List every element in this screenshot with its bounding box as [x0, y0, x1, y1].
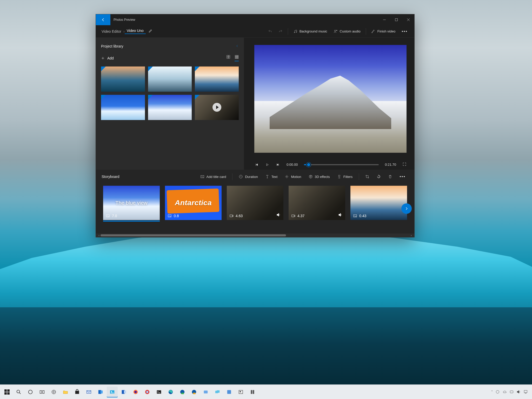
finish-video-button[interactable]: Finish video: [368, 29, 398, 34]
view-small-button[interactable]: [235, 55, 239, 61]
motion-button[interactable]: Motion: [282, 175, 304, 179]
app-window: Photos Preview Video Editor › Video Uno …: [96, 14, 414, 237]
storyboard-clip[interactable]: The blue view 7.0: [103, 186, 160, 220]
duration-button[interactable]: Duration: [236, 175, 261, 179]
volume-icon[interactable]: [516, 390, 521, 394]
custom-audio-button[interactable]: Custom audio: [330, 29, 364, 34]
svg-point-43: [147, 391, 148, 393]
view-large-button[interactable]: [226, 55, 230, 61]
taskbar-app[interactable]: [235, 387, 246, 397]
background-music-button[interactable]: Background music: [290, 29, 330, 34]
storyboard-next-button[interactable]: [401, 203, 412, 214]
edge-canary-button[interactable]: [189, 387, 200, 397]
rotate-button[interactable]: [374, 175, 384, 179]
svg-rect-5: [227, 55, 228, 57]
add-title-card-button[interactable]: Add title card: [197, 175, 229, 179]
chrome-button[interactable]: [142, 387, 153, 397]
redo-button[interactable]: [275, 29, 286, 34]
svg-point-20: [286, 176, 287, 177]
edge-button[interactable]: [165, 387, 176, 397]
close-button[interactable]: [402, 14, 414, 25]
task-view-button[interactable]: [37, 387, 48, 397]
action-center-icon[interactable]: [523, 390, 528, 394]
add-media-button[interactable]: Add: [101, 56, 114, 60]
edge-dev-button[interactable]: [177, 387, 188, 397]
current-time: 0:00.00: [287, 163, 298, 167]
library-thumb[interactable]: [148, 66, 192, 92]
svg-rect-52: [217, 390, 220, 393]
svg-rect-57: [253, 390, 254, 394]
tray-overflow-button[interactable]: ˄: [491, 390, 493, 394]
mail-button[interactable]: [83, 387, 94, 397]
storyboard-more-button[interactable]: •••: [396, 174, 409, 179]
prev-frame-button[interactable]: [254, 163, 260, 167]
filters-label: Filters: [343, 175, 353, 179]
main-area: Project library Add: [96, 38, 414, 170]
word-button[interactable]: [118, 387, 129, 397]
3d-effects-button[interactable]: 3D effects: [305, 175, 333, 179]
filters-button[interactable]: Filters: [334, 175, 356, 179]
firefox-button[interactable]: [130, 387, 141, 397]
taskbar-app[interactable]: [200, 387, 211, 397]
system-tray[interactable]: ˄: [489, 390, 530, 394]
used-badge-icon: [195, 66, 200, 71]
back-button[interactable]: [96, 14, 110, 25]
taskbar-app[interactable]: [247, 387, 258, 397]
add-title-card-label: Add title card: [207, 175, 226, 179]
undo-button[interactable]: [265, 29, 275, 34]
used-badge-icon: [101, 95, 106, 99]
start-button[interactable]: [2, 387, 12, 397]
store-button[interactable]: [72, 387, 83, 397]
library-thumb-video[interactable]: [195, 95, 239, 120]
storyboard-scrollbar[interactable]: ‹ ›: [96, 234, 414, 237]
library-thumb[interactable]: [195, 66, 239, 92]
crop-button[interactable]: [362, 175, 373, 179]
fullscreen-button[interactable]: [402, 162, 407, 167]
next-frame-button[interactable]: [275, 163, 280, 167]
taskbar: ˄: [0, 384, 532, 399]
preview-canvas[interactable]: [254, 45, 407, 153]
svg-rect-60: [524, 390, 527, 393]
tray-icon[interactable]: [509, 390, 514, 394]
tray-icon[interactable]: [495, 390, 500, 394]
cortana-button[interactable]: [25, 387, 36, 397]
scroll-thumb[interactable]: [101, 234, 286, 236]
delete-button[interactable]: [385, 175, 395, 179]
taskbar-app[interactable]: [224, 387, 235, 397]
onedrive-icon[interactable]: [502, 390, 507, 394]
svg-rect-12: [235, 57, 236, 57]
collapse-library-button[interactable]: [236, 44, 239, 48]
storyboard-clip[interactable]: 0.43: [350, 186, 407, 220]
used-badge-icon: [148, 95, 153, 99]
library-view-toggle: [226, 55, 239, 61]
search-button[interactable]: [13, 387, 24, 397]
minimize-button[interactable]: [378, 14, 390, 25]
scroll-track[interactable]: [101, 234, 410, 236]
storyboard-clip[interactable]: Antarctica 0.8: [165, 186, 222, 220]
text-button[interactable]: Text: [262, 175, 281, 179]
rename-icon[interactable]: [148, 29, 152, 34]
toolbar-separator: [366, 28, 366, 35]
outlook-button[interactable]: [95, 387, 106, 397]
storyboard-clip[interactable]: 4.37: [289, 186, 345, 220]
terminal-button[interactable]: [154, 387, 164, 397]
library-thumb[interactable]: [148, 95, 192, 120]
library-thumb[interactable]: [101, 66, 145, 92]
breadcrumb-root[interactable]: Video Editor: [99, 29, 123, 34]
storyboard-clip[interactable]: 4.63: [227, 186, 283, 220]
seek-bar[interactable]: [304, 164, 378, 165]
photos-button[interactable]: [107, 387, 118, 397]
taskbar-app[interactable]: [212, 387, 223, 397]
taskbar-app[interactable]: [48, 387, 59, 397]
breadcrumb-current[interactable]: Video Uno: [125, 29, 146, 34]
file-explorer-button[interactable]: [60, 387, 71, 397]
svg-rect-29: [43, 390, 44, 393]
scroll-left-icon[interactable]: ‹: [97, 234, 101, 237]
add-media-label: Add: [107, 56, 114, 60]
more-button[interactable]: •••: [398, 29, 411, 34]
library-thumb[interactable]: [101, 95, 145, 120]
scroll-right-icon[interactable]: ›: [410, 234, 413, 237]
maximize-button[interactable]: [390, 14, 402, 25]
play-button[interactable]: [265, 163, 270, 167]
seek-handle[interactable]: [306, 162, 311, 167]
